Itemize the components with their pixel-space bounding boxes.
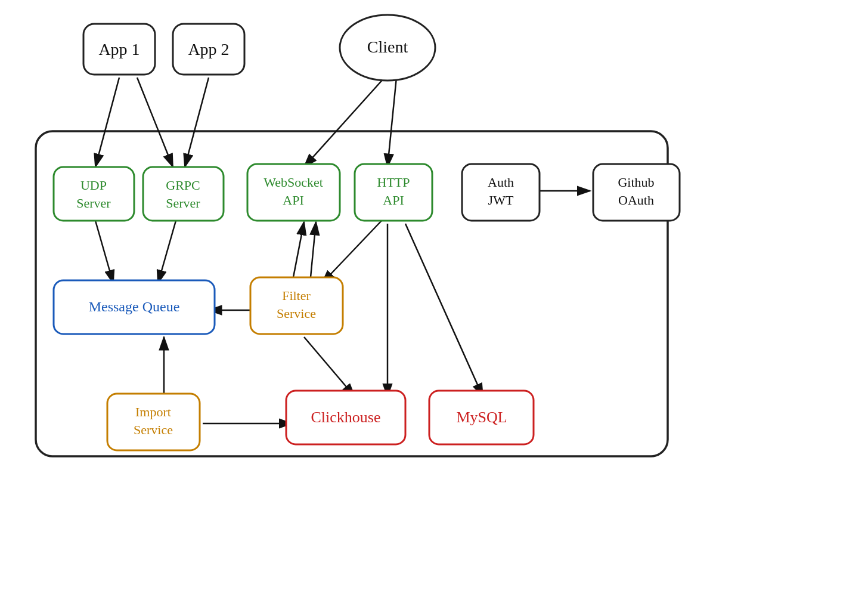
github-oauth-label: Github: [618, 175, 654, 190]
import-service-label: Import: [135, 404, 171, 419]
websocket-api-label: WebSocket: [264, 175, 323, 190]
app1-label: App 1: [98, 40, 140, 58]
grpc-server-label: GRPC: [166, 178, 200, 193]
grpc-server-node: [143, 167, 224, 221]
grpc-server-label2: Server: [166, 196, 200, 211]
github-oauth-label2: OAuth: [618, 193, 654, 208]
filter-service-label: Filter: [282, 288, 311, 303]
import-service-label2: Service: [134, 422, 173, 437]
app2-label: App 2: [188, 40, 229, 58]
http-api-label2: API: [383, 193, 404, 208]
filter-service-label2: Service: [277, 306, 316, 321]
udp-server-label2: Server: [76, 196, 111, 211]
mysql-label: MySQL: [456, 409, 507, 426]
websocket-api-label2: API: [283, 193, 303, 208]
client-label: Client: [367, 38, 408, 56]
http-api-label: HTTP: [377, 175, 410, 190]
auth-jwt-label: Auth: [488, 175, 514, 190]
udp-server-node: [54, 167, 134, 221]
auth-jwt-label2: JWT: [488, 193, 514, 208]
message-queue-label: Message Queue: [89, 299, 180, 314]
clickhouse-label: Clickhouse: [311, 409, 381, 426]
udp-server-label: UDP: [80, 178, 107, 193]
architecture-diagram: App 1 App 2 Client UDP Server GRPC Serve…: [0, 0, 868, 606]
